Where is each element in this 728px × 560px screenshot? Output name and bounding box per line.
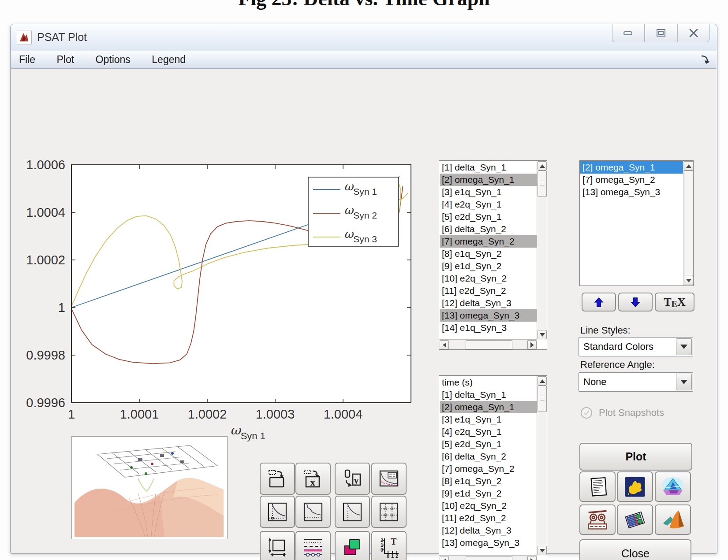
list-item[interactable]: [9] e1d_Syn_2 [440,260,537,272]
curve-dotted-vertical-button[interactable] [335,496,370,528]
scroll-down-button[interactable] [538,546,547,555]
scroll-thumb[interactable] [538,386,547,412]
selected-variables-listbox[interactable]: [2] omega_Syn_1[7] omega_Syn_2[13] omega… [579,160,694,286]
svg-text:0: 0 [381,547,383,553]
metafile-icon [623,508,647,531]
horizontal-scrollbar[interactable] [439,555,537,560]
list-item[interactable]: [7] omega_Syn_2 [440,235,537,248]
dropdown-button[interactable] [676,374,692,390]
list-item[interactable]: [1] delta_Syn_1 [440,389,537,401]
scroll-thumb[interactable] [466,340,512,349]
list-item[interactable]: [7] omega_Syn_2 [440,463,537,475]
scroll-left-button[interactable] [440,340,449,349]
vertical-scrollbar[interactable] [537,161,547,340]
title-bar[interactable]: PSAT Plot [11,24,717,51]
list-item[interactable]: [12] delta_Syn_3 [440,297,537,309]
matlab-export-button[interactable] [655,504,691,535]
scroll-down-button[interactable] [538,330,547,339]
tex-button[interactable]: TEX [655,293,694,312]
dock-arrow-icon[interactable] [700,55,710,66]
list-item[interactable]: [11] e2d_Syn_2 [440,285,537,297]
curve-dotted-baseline-button[interactable] [295,496,331,528]
list-item[interactable]: time (s) [440,376,537,389]
tex-letter: X [677,296,686,309]
colors-button[interactable] [335,531,370,560]
plot-button[interactable]: Plot [579,443,692,471]
list-item[interactable]: [9] e1d_Syn_2 [440,487,537,500]
metafile-export-button[interactable] [617,504,653,535]
menu-plot[interactable]: Plot [57,54,75,66]
list-item[interactable]: [5] e2d_Syn_1 [440,438,537,450]
scroll-right-button[interactable] [527,340,537,349]
scroll-left-button[interactable] [440,556,449,560]
scroll-thumb[interactable] [538,171,547,197]
list-item[interactable]: [2] omega_Syn_1 [580,161,683,174]
psat-plot-window: PSAT Plot File Plot Options [10,24,717,554]
client-area: 11.00011.00021.00031.00040.99960.999811.… [11,69,717,553]
close-dialog-button[interactable]: Close [579,539,691,560]
list-item[interactable]: [10] e2q_Syn_2 [440,272,537,285]
horizontal-scrollbar[interactable] [439,339,537,349]
render-3d-button[interactable] [655,471,691,502]
menu-file[interactable]: File [19,54,35,66]
listbox-items: [1] delta_Syn_1[2] omega_Syn_1[3] e1q_Sy… [440,161,537,339]
dropdown-button[interactable] [676,338,692,355]
list-item[interactable]: [13] omega_Syn_3 [440,309,537,322]
variable-listbox-bottom[interactable]: time (s)[1] delta_Syn_1[2] omega_Syn_1[3… [439,375,547,560]
export-x-axis-button[interactable]: x [295,463,331,495]
copy-figure-button[interactable] [260,463,295,495]
line-styles-value: Standard Colors [583,341,653,352]
scroll-thumb[interactable] [466,556,512,560]
font-ticks-button[interactable]: 2 1 0 0 1 2 T [371,531,407,560]
list-item[interactable]: [3] e1q_Syn_1 [440,186,537,198]
list-item[interactable]: [13] omega_Syn_3 [440,537,537,549]
scroll-up-button[interactable] [684,161,693,171]
menu-legend[interactable]: Legend [152,54,186,66]
list-item[interactable]: [4] e2q_Syn_1 [440,426,537,438]
list-item[interactable]: [14] e1q_Syn_3 [440,322,537,334]
grid-button[interactable] [371,496,407,528]
line-styles-button[interactable] [295,531,331,560]
svg-text:T: T [391,537,397,546]
list-item[interactable]: [2] omega_Syn_1 [440,174,537,186]
swap-y-axis-button[interactable]: y [335,463,370,495]
scroll-down-button[interactable] [684,276,693,285]
list-item[interactable]: [10] e2q_Syn_2 [440,500,537,512]
menu-options[interactable]: Options [96,54,131,66]
axes-limits-button[interactable] [260,531,295,560]
list-item[interactable]: [11] e2d_Syn_2 [440,512,537,524]
variable-listbox-top[interactable]: [1] delta_Syn_1[2] omega_Syn_1[3] e1q_Sy… [439,160,547,350]
scroll-thumb[interactable] [684,171,693,275]
list-item[interactable]: [8] e1q_Syn_2 [440,248,537,260]
list-item[interactable]: [13] omega_Syn_3 [580,186,683,198]
maximize-button[interactable] [645,24,677,42]
list-item[interactable]: [4] e2q_Syn_1 [440,198,537,211]
blue-down-arrow-icon [630,297,641,308]
move-up-button[interactable] [582,293,616,312]
list-item[interactable]: [3] e1q_Syn_1 [440,413,537,426]
reference-angle-dropdown[interactable]: None [579,372,693,392]
minimize-button[interactable] [612,24,645,42]
scroll-right-button[interactable] [527,556,537,560]
curve-dotted-axes-button[interactable] [260,496,295,528]
text-report-button[interactable] [579,471,616,502]
line-styles-dropdown[interactable]: Standard Colors [579,337,693,356]
scroll-up-button[interactable] [538,376,547,386]
list-item[interactable]: [12] delta_Syn_3 [440,524,537,537]
list-item[interactable]: [1] delta_Syn_1 [440,161,537,174]
list-item[interactable]: [5] e2d_Syn_1 [440,211,537,223]
octave-export-button[interactable] [617,471,653,502]
close-button[interactable] [677,24,710,42]
list-item[interactable]: [6] delta_Syn_2 [440,450,537,463]
scroll-up-button[interactable] [538,161,547,171]
latex-export-button[interactable] [579,504,616,535]
matlab-logo-icon [661,508,685,531]
list-item[interactable]: [2] omega_Syn_1 [440,401,537,413]
list-item[interactable]: [7] omega_Syn_2 [580,174,683,186]
list-item[interactable]: [8] e1q_Syn_2 [440,475,537,487]
move-down-button[interactable] [618,293,653,312]
vertical-scrollbar[interactable] [537,376,547,556]
legend-box-button[interactable] [371,463,407,495]
vertical-scrollbar[interactable] [683,161,693,286]
list-item[interactable]: [6] delta_Syn_2 [440,223,537,235]
